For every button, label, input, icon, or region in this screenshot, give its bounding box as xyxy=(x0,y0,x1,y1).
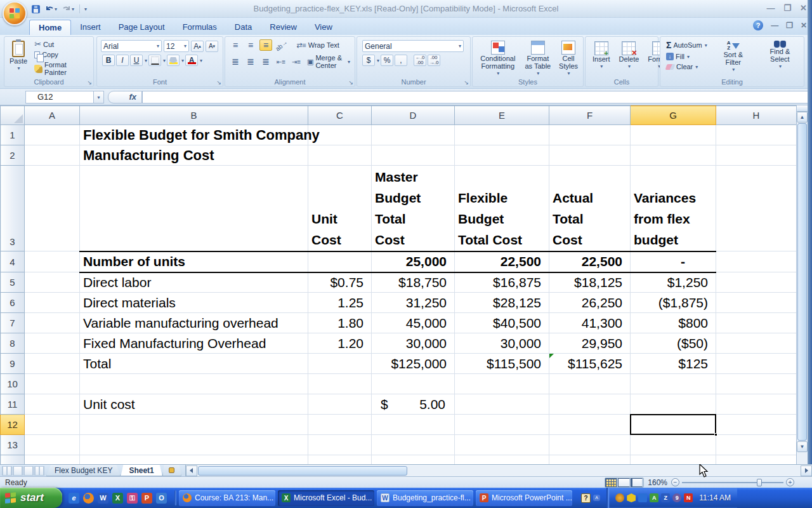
cell-H9[interactable] xyxy=(716,354,797,374)
borders-button[interactable] xyxy=(148,55,161,66)
office-button[interactable] xyxy=(3,1,27,25)
tab-view[interactable]: View xyxy=(306,20,341,35)
cell-H3[interactable] xyxy=(716,166,797,251)
cell-E13[interactable] xyxy=(455,435,549,455)
increase-indent-button[interactable]: ⇥≡ xyxy=(290,56,303,67)
align-right-button[interactable]: ≣ xyxy=(259,56,272,67)
help-button[interactable]: ? xyxy=(753,20,763,30)
column-header-A[interactable]: A xyxy=(25,106,80,125)
cell-B1[interactable]: Flexible Budget for Smith Company xyxy=(80,125,308,145)
accounting-format-button[interactable]: $ xyxy=(362,55,375,66)
row-header-10[interactable]: 10 xyxy=(1,374,25,394)
row-header-13[interactable]: 13 xyxy=(1,435,25,455)
delete-cells-button[interactable]: ✕ Delete▾ xyxy=(617,40,642,72)
cell-A14[interactable] xyxy=(25,455,80,465)
cell-D10[interactable] xyxy=(372,374,455,394)
cell-D14[interactable] xyxy=(372,455,455,465)
cell-F11[interactable] xyxy=(549,394,631,415)
fill-handle[interactable] xyxy=(714,433,717,436)
cell-E1[interactable] xyxy=(455,125,549,145)
copy-button[interactable]: Copy xyxy=(32,50,92,59)
decrease-decimal-button[interactable]: .00→.0 xyxy=(428,55,440,66)
alignment-dialog-launcher[interactable]: ↘ xyxy=(348,79,353,86)
cell-C3[interactable]: Unit Cost xyxy=(308,166,372,251)
cell-F3[interactable]: Actual Total Cost xyxy=(549,166,631,251)
cell-H7[interactable] xyxy=(716,313,797,333)
cell-A3[interactable] xyxy=(25,166,80,251)
tab-review[interactable]: Review xyxy=(261,20,306,35)
cell-A13[interactable] xyxy=(25,435,80,455)
prev-sheet-button[interactable] xyxy=(13,466,23,476)
cell-C9[interactable] xyxy=(308,354,372,374)
number-format-combo[interactable]: General▾ xyxy=(362,40,464,52)
fill-button[interactable]: ↓Fill▾ xyxy=(664,52,709,61)
excel-icon[interactable]: X xyxy=(112,493,123,504)
cell-F8[interactable]: 29,950 xyxy=(549,333,631,354)
underline-button[interactable]: U xyxy=(130,55,143,66)
format-as-table-button[interactable]: Format as Table▾ xyxy=(522,39,554,79)
cell-C4[interactable] xyxy=(308,251,372,272)
cell-C13[interactable] xyxy=(308,435,372,455)
row-header-11[interactable]: 11 xyxy=(1,394,25,415)
align-center-button[interactable]: ≣ xyxy=(244,56,257,67)
workbook-close-button[interactable]: ✕ xyxy=(801,21,807,30)
cell-E11[interactable] xyxy=(455,394,549,415)
cell-H11[interactable] xyxy=(716,394,797,415)
comma-style-button[interactable]: , xyxy=(395,55,407,66)
cell-A5[interactable] xyxy=(25,272,80,293)
sheet-tab-sheet1[interactable]: Sheet1 xyxy=(121,465,162,476)
cell-B4[interactable]: Number of units xyxy=(80,251,308,272)
cell-G3[interactable]: Variances from flex budget xyxy=(631,166,716,251)
zoom-in-button[interactable]: + xyxy=(786,478,794,486)
column-header-G[interactable]: G xyxy=(631,106,716,125)
cell-E9[interactable]: $115,500 xyxy=(455,354,549,374)
cell-F5[interactable]: $18,125 xyxy=(549,272,631,293)
number-dialog-launcher[interactable]: ↘ xyxy=(464,79,469,86)
cell-F12[interactable] xyxy=(549,415,631,435)
name-box-dropdown[interactable]: ▾ xyxy=(94,91,104,104)
row-header-14-partial[interactable] xyxy=(1,455,25,465)
formula-input[interactable] xyxy=(142,91,812,104)
cell-D7[interactable]: 45,000 xyxy=(372,313,455,333)
cell-E4[interactable]: 22,500 xyxy=(455,251,549,272)
align-top-button[interactable]: ≡ xyxy=(229,39,242,51)
cell-C5[interactable]: $0.75 xyxy=(308,272,372,293)
find-select-button[interactable]: Find & Select▾ xyxy=(757,39,802,75)
zoom-out-button[interactable]: − xyxy=(671,478,679,486)
cell-A9[interactable] xyxy=(25,354,80,374)
access-key-icon[interactable]: ⚿ xyxy=(127,493,138,504)
tab-home[interactable]: Home xyxy=(29,20,71,35)
cell-C2[interactable] xyxy=(308,145,372,166)
cell-F10[interactable] xyxy=(549,374,631,394)
next-sheet-button[interactable] xyxy=(23,466,34,476)
cell-B5[interactable]: Direct labor xyxy=(80,272,308,293)
row-header-9[interactable]: 9 xyxy=(1,354,25,374)
scroll-down-button[interactable]: ▼ xyxy=(797,441,808,452)
cell-D3[interactable]: Master Budget Total Cost xyxy=(372,166,455,251)
task-button-powerpoint[interactable]: P Microsoft PowerPoint ... xyxy=(476,490,572,506)
minimize-button[interactable]: — xyxy=(766,3,775,13)
page-break-view-button[interactable] xyxy=(631,478,643,487)
internet-explorer-icon[interactable]: e xyxy=(69,493,79,504)
wrap-text-button[interactable]: ⇄≡Wrap Text xyxy=(294,41,341,50)
first-sheet-button[interactable] xyxy=(2,466,12,476)
cell-H2[interactable] xyxy=(716,145,797,166)
normal-view-button[interactable] xyxy=(605,478,618,487)
horizontal-scroll-thumb[interactable] xyxy=(198,466,407,476)
cell-D8[interactable]: 30,000 xyxy=(372,333,455,354)
cell-A8[interactable] xyxy=(25,333,80,354)
cell-D9[interactable]: $125,000 xyxy=(372,354,455,374)
cell-H10[interactable] xyxy=(716,374,797,394)
tray-icon-shield[interactable] xyxy=(627,493,636,502)
split-handle[interactable] xyxy=(797,105,808,112)
cell-F14[interactable] xyxy=(549,455,631,465)
scroll-right-button[interactable] xyxy=(801,465,812,476)
cell-A6[interactable] xyxy=(25,293,80,313)
fill-color-button[interactable] xyxy=(167,55,180,66)
cell-H13[interactable] xyxy=(716,435,797,455)
horizontal-scrollbar[interactable] xyxy=(185,465,812,476)
cut-button[interactable]: ✂Cut xyxy=(32,39,92,49)
tray-icon-n[interactable]: N xyxy=(684,493,693,502)
cell-B13[interactable] xyxy=(80,435,308,455)
cell-F9[interactable]: $115,625 xyxy=(549,354,631,374)
